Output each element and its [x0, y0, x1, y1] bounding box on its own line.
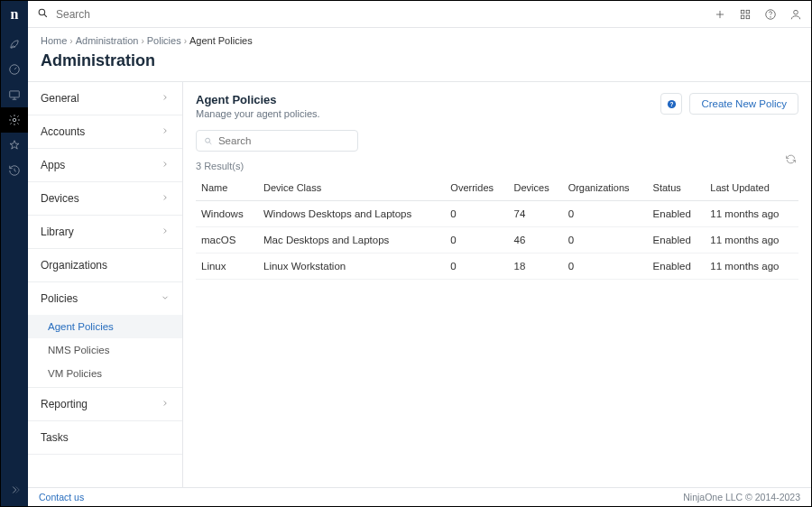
page-title: Administration: [28, 46, 811, 81]
expand-rail-icon[interactable]: [1, 481, 28, 506]
search-icon: [37, 6, 49, 23]
chevron-right-icon: [161, 92, 170, 105]
apps-grid-icon[interactable]: [739, 8, 752, 21]
copyright: NinjaOne LLC © 2014-2023: [683, 492, 800, 502]
nav-accounts[interactable]: Accounts: [28, 115, 182, 149]
svg-point-9: [770, 16, 771, 17]
chevron-right-icon: [161, 159, 170, 171]
col-organizations[interactable]: Organizations: [563, 175, 648, 201]
nav-devices[interactable]: Devices: [28, 182, 182, 216]
breadcrumb: Home›Administration›Policies›Agent Polic…: [28, 28, 811, 46]
user-icon[interactable]: [789, 8, 802, 21]
nav-tasks[interactable]: Tasks: [28, 421, 182, 455]
breadcrumb-policies[interactable]: Policies: [147, 35, 181, 46]
col-device-class[interactable]: Device Class: [258, 175, 445, 201]
chevron-right-icon: [161, 226, 170, 238]
monitor-icon[interactable]: [1, 82, 28, 107]
panel-heading: Agent Policies: [196, 93, 320, 106]
refresh-icon[interactable]: [785, 152, 797, 169]
chevron-right-icon: [161, 398, 170, 410]
topbar: [28, 1, 811, 28]
panel-subheading: Manage your agent policies.: [196, 108, 320, 119]
policies-table: Name Device Class Overrides Devices Orga…: [196, 175, 798, 280]
svg-rect-5: [746, 10, 750, 14]
footer: Contact us NinjaOne LLC © 2014-2023: [28, 487, 811, 506]
contact-link[interactable]: Contact us: [39, 492, 84, 502]
nav-policies[interactable]: Policies: [28, 282, 182, 315]
svg-rect-1: [10, 91, 20, 97]
svg-point-10: [794, 10, 798, 14]
breadcrumb-current: Agent Policies: [189, 35, 253, 46]
nav-general[interactable]: General: [28, 82, 182, 115]
table-row[interactable]: macOSMac Desktops and Laptops0460Enabled…: [196, 227, 798, 254]
create-new-policy-button[interactable]: Create New Policy: [689, 93, 798, 115]
star-icon[interactable]: [1, 133, 28, 158]
svg-point-3: [39, 9, 45, 15]
col-devices[interactable]: Devices: [509, 175, 563, 201]
panel: Agent Policies Manage your agent policie…: [183, 82, 811, 506]
policy-search[interactable]: [196, 130, 358, 152]
nav-nms-policies[interactable]: NMS Policies: [28, 338, 182, 362]
svg-point-13: [206, 138, 210, 143]
svg-rect-7: [746, 15, 750, 19]
help-info-button[interactable]: ?: [660, 93, 682, 115]
nav-organizations[interactable]: Organizations: [28, 249, 182, 282]
logo: n: [11, 6, 19, 23]
rocket-icon[interactable]: [1, 32, 28, 57]
search-icon: [204, 136, 213, 146]
policy-search-input[interactable]: [218, 135, 350, 146]
gear-icon[interactable]: [1, 107, 28, 133]
admin-sidenav: General Accounts Apps Devices Library Or…: [28, 82, 183, 506]
chevron-down-icon: [161, 292, 170, 305]
col-last-updated[interactable]: Last Updated: [705, 175, 798, 201]
breadcrumb-home[interactable]: Home: [41, 35, 67, 46]
table-row[interactable]: LinuxLinux Workstation0180Enabled11 mont…: [196, 254, 798, 280]
nav-vm-policies[interactable]: VM Policies: [28, 362, 182, 385]
col-name[interactable]: Name: [196, 175, 258, 201]
breadcrumb-admin[interactable]: Administration: [76, 35, 139, 46]
nav-rail: n: [1, 1, 28, 506]
nav-agent-policies[interactable]: Agent Policies: [28, 315, 182, 338]
chevron-right-icon: [161, 125, 170, 138]
result-count: 3 Result(s): [196, 161, 798, 171]
svg-point-2: [13, 118, 16, 122]
svg-rect-6: [741, 15, 744, 19]
nav-apps[interactable]: Apps: [28, 149, 182, 182]
dashboard-icon[interactable]: [1, 57, 28, 82]
svg-text:?: ?: [669, 100, 673, 106]
nav-library[interactable]: Library: [28, 216, 182, 249]
svg-rect-4: [741, 10, 744, 14]
history-icon[interactable]: [1, 158, 28, 183]
global-search-input[interactable]: [56, 8, 236, 21]
add-icon[interactable]: [714, 8, 726, 21]
table-row[interactable]: WindowsWindows Desktops and Laptops0740E…: [196, 201, 798, 227]
help-icon[interactable]: [764, 8, 777, 21]
nav-reporting[interactable]: Reporting: [28, 388, 182, 421]
col-overrides[interactable]: Overrides: [445, 175, 508, 201]
chevron-right-icon: [161, 192, 170, 205]
col-status[interactable]: Status: [648, 175, 706, 201]
